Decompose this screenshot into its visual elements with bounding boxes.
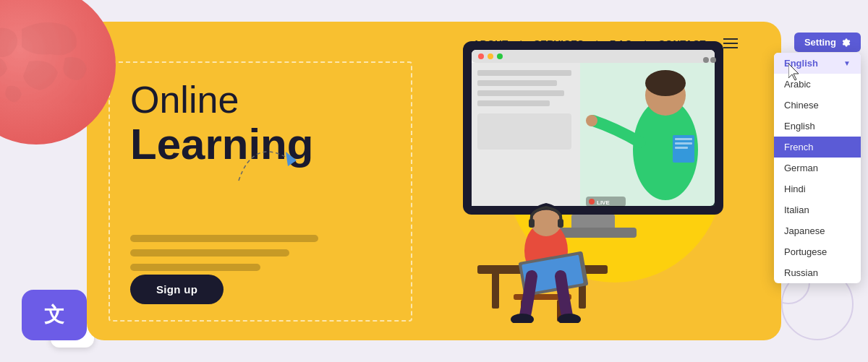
main-card: ABOUT | SERVICES | F.AQ | CONTACT Online… (87, 22, 781, 340)
svg-point-16 (645, 70, 686, 96)
svg-rect-21 (675, 147, 688, 149)
hero-title-online: Online (130, 79, 405, 121)
monitor-illustration: LIVE (420, 20, 767, 326)
lang-chevron-icon: ▼ (843, 59, 851, 67)
svg-text:LIVE: LIVE (597, 199, 610, 206)
svg-rect-3 (472, 50, 715, 63)
text-line-1 (130, 235, 318, 242)
svg-point-26 (710, 57, 716, 63)
description-lines (130, 235, 318, 271)
svg-rect-37 (529, 219, 535, 228)
svg-point-5 (488, 53, 493, 59)
translate-chinese-char: 文 (44, 301, 64, 329)
svg-rect-8 (477, 70, 571, 76)
lang-option-french[interactable]: French (774, 137, 861, 158)
lang-option-hindi[interactable]: Hindi (774, 178, 861, 199)
svg-point-6 (497, 53, 503, 59)
lang-option-english[interactable]: English▼ (774, 53, 861, 74)
gear-icon (841, 38, 851, 48)
svg-rect-38 (558, 219, 563, 228)
svg-rect-19 (675, 138, 692, 140)
lang-option-english[interactable]: English (774, 116, 861, 137)
svg-rect-20 (675, 142, 692, 145)
svg-rect-12 (477, 113, 571, 150)
svg-point-23 (589, 199, 595, 204)
svg-point-4 (478, 53, 484, 59)
lang-option-portugese[interactable]: Portugese (774, 241, 861, 262)
translate-icon-container: 文 (22, 290, 87, 340)
setting-label: Setting (804, 37, 836, 48)
svg-point-25 (703, 57, 709, 63)
svg-marker-0 (286, 152, 297, 166)
lang-option-japanese[interactable]: Japanese (774, 220, 861, 241)
svg-rect-10 (477, 90, 564, 96)
svg-point-17 (586, 115, 597, 126)
lang-option-german[interactable]: German (774, 158, 861, 178)
lang-option-russian[interactable]: Russian (774, 262, 861, 283)
signup-button[interactable]: Sign up (130, 275, 224, 304)
dashed-arrow-path (231, 130, 318, 191)
lang-option-italian[interactable]: Italian (774, 199, 861, 220)
svg-rect-11 (477, 100, 550, 106)
setting-button[interactable]: Setting (794, 33, 861, 52)
svg-rect-9 (477, 80, 557, 86)
text-line-2 (130, 249, 289, 257)
lang-option-arabic[interactable]: Arabic (774, 74, 861, 95)
language-dropdown[interactable]: English▼ArabicChineseEnglishFrenchGerman… (774, 53, 861, 283)
lang-option-chinese[interactable]: Chinese (774, 95, 861, 116)
svg-rect-27 (571, 215, 615, 229)
svg-rect-30 (492, 272, 499, 309)
text-line-3 (130, 264, 260, 271)
